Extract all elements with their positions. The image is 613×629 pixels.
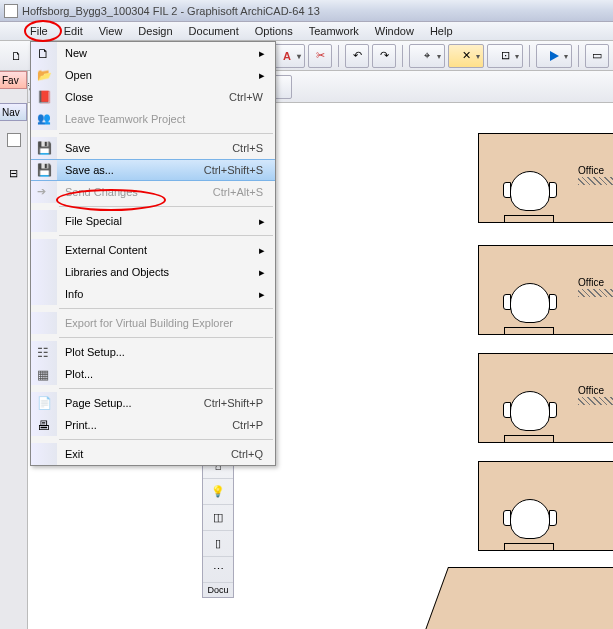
menu-shortcut: Ctrl+Shift+S bbox=[204, 164, 269, 176]
app-icon bbox=[4, 4, 18, 18]
menu-item-plot-setup[interactable]: Plot Setup... bbox=[31, 341, 275, 363]
menu-item-libraries[interactable]: Libraries and Objects ▸ bbox=[31, 261, 275, 283]
menu-window[interactable]: Window bbox=[367, 24, 422, 38]
menu-document[interactable]: Document bbox=[181, 24, 247, 38]
separator bbox=[338, 45, 339, 67]
crosshair-button[interactable]: ✕ bbox=[448, 44, 484, 68]
menu-help[interactable]: Help bbox=[422, 24, 461, 38]
menu-item-exit[interactable]: Exit Ctrl+Q bbox=[31, 443, 275, 465]
navigator-tab[interactable]: Nav bbox=[0, 103, 27, 121]
menu-shortcut: Ctrl+P bbox=[232, 419, 269, 431]
lamp-tool[interactable]: 💡 bbox=[203, 479, 233, 505]
save-icon bbox=[37, 141, 51, 155]
more-tool[interactable]: ⋯ bbox=[203, 557, 233, 583]
save-as-icon bbox=[37, 163, 51, 177]
room-5 bbox=[423, 567, 613, 629]
menu-item-file-special[interactable]: File Special ▸ bbox=[31, 210, 275, 232]
submenu-arrow-icon: ▸ bbox=[259, 215, 269, 228]
new-doc-button[interactable]: 🗋 bbox=[4, 44, 28, 68]
menu-item-send-changes: ➔ Send Changes Ctrl+Alt+S bbox=[31, 181, 275, 203]
chair-icon bbox=[510, 283, 550, 323]
menu-item-external-content[interactable]: External Content ▸ bbox=[31, 239, 275, 261]
menu-item-print[interactable]: Print... Ctrl+P bbox=[31, 414, 275, 436]
toolbox-label: Docu bbox=[203, 583, 233, 597]
separator bbox=[529, 45, 530, 67]
desk-icon bbox=[504, 327, 554, 335]
undo-button[interactable]: ↶ bbox=[345, 44, 369, 68]
window-title: Hoffsborg_Bygg3_100304 FIL 2 - Graphisof… bbox=[22, 5, 320, 17]
menu-label: New bbox=[65, 47, 259, 59]
menu-item-save-as[interactable]: Save as... Ctrl+Shift+S bbox=[31, 159, 275, 181]
submenu-arrow-icon: ▸ bbox=[259, 266, 269, 279]
zoom-tool-button[interactable]: ⌖ bbox=[409, 44, 445, 68]
desk-icon bbox=[504, 215, 554, 223]
hatch-icon bbox=[578, 289, 613, 297]
submenu-arrow-icon: ▸ bbox=[259, 288, 269, 301]
left-sidebar: Fav Nav ⊟ bbox=[0, 71, 28, 629]
open-icon bbox=[37, 68, 51, 82]
menu-view[interactable]: View bbox=[91, 24, 131, 38]
page-setup-icon bbox=[37, 396, 51, 410]
submenu-arrow-icon: ▸ bbox=[259, 47, 269, 60]
marker-button[interactable]: ✂ bbox=[308, 44, 332, 68]
menu-shortcut: Ctrl+S bbox=[232, 142, 269, 154]
new-icon bbox=[37, 46, 51, 60]
menu-label: Open bbox=[65, 69, 259, 81]
menu-divider bbox=[59, 439, 273, 440]
chair-icon bbox=[510, 391, 550, 431]
hatch-icon bbox=[578, 397, 613, 405]
menu-divider bbox=[59, 206, 273, 207]
menu-item-new[interactable]: New ▸ bbox=[31, 42, 275, 64]
section-tool[interactable]: ◫ bbox=[203, 505, 233, 531]
menu-label: Info bbox=[65, 288, 259, 300]
print-icon bbox=[37, 418, 51, 432]
menu-item-open[interactable]: Open ▸ bbox=[31, 64, 275, 86]
menu-item-page-setup[interactable]: Page Setup... Ctrl+Shift+P bbox=[31, 392, 275, 414]
menu-label: Libraries and Objects bbox=[65, 266, 259, 278]
room-label: Office bbox=[578, 277, 604, 288]
menu-item-close[interactable]: Close Ctrl+W bbox=[31, 86, 275, 108]
plot-setup-icon bbox=[37, 345, 51, 359]
desk-icon bbox=[504, 435, 554, 443]
separator bbox=[578, 45, 579, 67]
trace-button[interactable]: ⊡ bbox=[487, 44, 523, 68]
hatch-icon bbox=[578, 177, 613, 185]
menu-item-info[interactable]: Info ▸ bbox=[31, 283, 275, 305]
menu-item-save[interactable]: Save Ctrl+S bbox=[31, 137, 275, 159]
menu-label: Print... bbox=[65, 419, 232, 431]
menu-edit[interactable]: Edit bbox=[56, 24, 91, 38]
floor-plan: Office Office Office bbox=[448, 103, 613, 629]
menu-item-leave-teamwork: 👥 Leave Teamwork Project bbox=[31, 108, 275, 130]
submenu-arrow-icon: ▸ bbox=[259, 69, 269, 82]
menu-bar: File Edit View Design Document Options T… bbox=[0, 22, 613, 41]
submenu-arrow-icon: ▸ bbox=[259, 244, 269, 257]
menu-file[interactable]: File bbox=[22, 24, 56, 38]
menu-divider bbox=[59, 235, 273, 236]
menu-label: Export for Virtual Building Explorer bbox=[65, 317, 269, 329]
separator bbox=[402, 45, 403, 67]
navigator-icon[interactable] bbox=[7, 133, 21, 147]
menu-label: Close bbox=[65, 91, 229, 103]
menu-label: Leave Teamwork Project bbox=[65, 113, 269, 125]
favorites-tab[interactable]: Fav bbox=[0, 71, 27, 89]
tool-button[interactable]: ▭ bbox=[585, 44, 609, 68]
menu-item-export-vbe: Export for Virtual Building Explorer bbox=[31, 312, 275, 334]
title-bar: Hoffsborg_Bygg3_100304 FIL 2 - Graphisof… bbox=[0, 0, 613, 22]
door-tool[interactable]: ▯ bbox=[203, 531, 233, 557]
menu-options[interactable]: Options bbox=[247, 24, 301, 38]
menu-label: External Content bbox=[65, 244, 259, 256]
redo-button[interactable]: ↷ bbox=[372, 44, 396, 68]
close-icon bbox=[37, 90, 51, 104]
menu-divider bbox=[59, 337, 273, 338]
play-button[interactable] bbox=[536, 44, 572, 68]
menu-shortcut: Ctrl+Shift+P bbox=[204, 397, 269, 409]
doc-icon bbox=[4, 24, 18, 38]
menu-divider bbox=[59, 308, 273, 309]
menu-item-plot[interactable]: Plot... bbox=[31, 363, 275, 385]
tree-expand-icon[interactable]: ⊟ bbox=[0, 167, 27, 180]
menu-shortcut: Ctrl+W bbox=[229, 91, 269, 103]
menu-teamwork[interactable]: Teamwork bbox=[301, 24, 367, 38]
menu-design[interactable]: Design bbox=[130, 24, 180, 38]
menu-divider bbox=[59, 133, 273, 134]
teamwork-icon: 👥 bbox=[37, 112, 51, 126]
